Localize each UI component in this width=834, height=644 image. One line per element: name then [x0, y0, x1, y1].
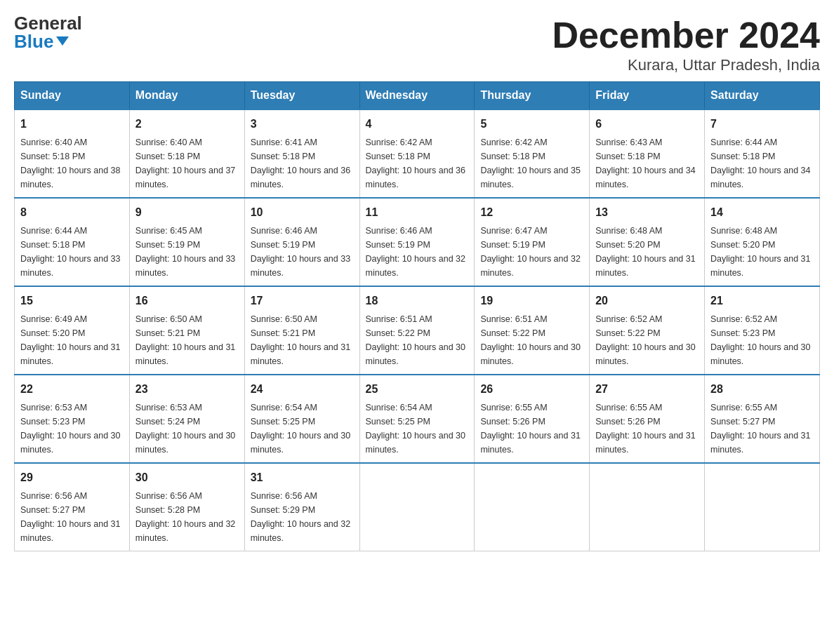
day-number: 4 — [366, 116, 469, 133]
day-info: Sunrise: 6:55 AMSunset: 5:26 PMDaylight:… — [480, 401, 583, 457]
logo-blue-text: Blue — [14, 32, 53, 51]
day-number: 27 — [595, 381, 699, 398]
day-info: Sunrise: 6:49 AMSunset: 5:20 PMDaylight:… — [20, 312, 124, 368]
day-number: 7 — [710, 116, 814, 133]
calendar-day-cell: 1Sunrise: 6:40 AMSunset: 5:18 PMDaylight… — [15, 109, 130, 198]
day-number: 14 — [710, 204, 814, 221]
day-info: Sunrise: 6:42 AMSunset: 5:18 PMDaylight:… — [480, 135, 583, 192]
day-info: Sunrise: 6:55 AMSunset: 5:26 PMDaylight:… — [595, 401, 699, 457]
logo-icon: General Blue — [14, 14, 82, 51]
day-info: Sunrise: 6:51 AMSunset: 5:22 PMDaylight:… — [366, 312, 469, 368]
day-number: 6 — [595, 116, 699, 133]
day-info: Sunrise: 6:48 AMSunset: 5:20 PMDaylight:… — [710, 224, 814, 280]
day-number: 17 — [251, 293, 354, 309]
calendar-day-cell: 30Sunrise: 6:56 AMSunset: 5:28 PMDayligh… — [129, 463, 244, 551]
calendar-day-cell: 6Sunrise: 6:43 AMSunset: 5:18 PMDaylight… — [590, 109, 705, 198]
calendar-day-cell: 26Sunrise: 6:55 AMSunset: 5:26 PMDayligh… — [475, 375, 590, 463]
day-info: Sunrise: 6:41 AMSunset: 5:18 PMDaylight:… — [251, 135, 354, 192]
location-title: Kurara, Uttar Pradesh, India — [552, 56, 820, 74]
day-info: Sunrise: 6:55 AMSunset: 5:27 PMDaylight:… — [710, 401, 814, 457]
calendar-week-row: 22Sunrise: 6:53 AMSunset: 5:23 PMDayligh… — [15, 375, 820, 463]
calendar-day-cell: 9Sunrise: 6:45 AMSunset: 5:19 PMDaylight… — [129, 198, 244, 286]
day-info: Sunrise: 6:46 AMSunset: 5:19 PMDaylight:… — [366, 224, 469, 280]
day-info: Sunrise: 6:56 AMSunset: 5:28 PMDaylight:… — [135, 489, 239, 545]
day-number: 25 — [366, 381, 469, 398]
calendar-day-cell: 3Sunrise: 6:41 AMSunset: 5:18 PMDaylight… — [244, 109, 359, 198]
calendar-day-cell — [359, 463, 475, 551]
calendar-day-cell: 29Sunrise: 6:56 AMSunset: 5:27 PMDayligh… — [15, 463, 130, 551]
calendar-day-header: Wednesday — [359, 82, 475, 110]
day-info: Sunrise: 6:45 AMSunset: 5:19 PMDaylight:… — [135, 224, 239, 280]
day-number: 20 — [595, 293, 699, 309]
day-number: 26 — [480, 381, 583, 398]
day-number: 30 — [135, 469, 239, 486]
day-info: Sunrise: 6:56 AMSunset: 5:29 PMDaylight:… — [251, 489, 354, 545]
calendar-day-cell: 17Sunrise: 6:50 AMSunset: 5:21 PMDayligh… — [244, 286, 359, 375]
day-number: 9 — [135, 204, 239, 221]
day-number: 28 — [710, 381, 814, 398]
calendar-day-cell: 14Sunrise: 6:48 AMSunset: 5:20 PMDayligh… — [705, 198, 820, 286]
month-title: December 2024 — [552, 14, 820, 56]
calendar-day-header: Tuesday — [244, 82, 359, 110]
day-number: 16 — [135, 293, 239, 309]
calendar-day-cell: 12Sunrise: 6:47 AMSunset: 5:19 PMDayligh… — [475, 198, 590, 286]
day-info: Sunrise: 6:53 AMSunset: 5:24 PMDaylight:… — [135, 401, 239, 457]
calendar-table: SundayMondayTuesdayWednesdayThursdayFrid… — [14, 81, 820, 551]
day-info: Sunrise: 6:51 AMSunset: 5:22 PMDaylight:… — [480, 312, 583, 368]
day-info: Sunrise: 6:53 AMSunset: 5:23 PMDaylight:… — [20, 401, 124, 457]
day-number: 2 — [135, 116, 239, 133]
calendar-day-cell: 15Sunrise: 6:49 AMSunset: 5:20 PMDayligh… — [15, 286, 130, 375]
calendar-day-cell: 24Sunrise: 6:54 AMSunset: 5:25 PMDayligh… — [244, 375, 359, 463]
calendar-day-header: Saturday — [705, 82, 820, 110]
calendar-day-cell: 13Sunrise: 6:48 AMSunset: 5:20 PMDayligh… — [590, 198, 705, 286]
title-section: December 2024 Kurara, Uttar Pradesh, Ind… — [552, 14, 820, 74]
day-number: 13 — [595, 204, 699, 221]
calendar-day-header: Thursday — [475, 82, 590, 110]
calendar-day-header: Monday — [129, 82, 244, 110]
calendar-day-cell: 10Sunrise: 6:46 AMSunset: 5:19 PMDayligh… — [244, 198, 359, 286]
day-number: 24 — [251, 381, 354, 398]
day-info: Sunrise: 6:43 AMSunset: 5:18 PMDaylight:… — [595, 135, 699, 192]
page-header: General Blue December 2024 Kurara, Uttar… — [14, 14, 820, 74]
calendar-day-cell: 19Sunrise: 6:51 AMSunset: 5:22 PMDayligh… — [475, 286, 590, 375]
calendar-day-cell: 25Sunrise: 6:54 AMSunset: 5:25 PMDayligh… — [359, 375, 475, 463]
calendar-day-cell — [475, 463, 590, 551]
calendar-day-header: Friday — [590, 82, 705, 110]
day-number: 29 — [20, 469, 124, 486]
day-number: 18 — [366, 293, 469, 309]
day-number: 31 — [251, 469, 354, 486]
calendar-day-cell: 31Sunrise: 6:56 AMSunset: 5:29 PMDayligh… — [244, 463, 359, 551]
day-info: Sunrise: 6:52 AMSunset: 5:22 PMDaylight:… — [595, 312, 699, 368]
day-info: Sunrise: 6:42 AMSunset: 5:18 PMDaylight:… — [366, 135, 469, 192]
calendar-day-cell: 7Sunrise: 6:44 AMSunset: 5:18 PMDaylight… — [705, 109, 820, 198]
day-info: Sunrise: 6:44 AMSunset: 5:18 PMDaylight:… — [20, 224, 124, 280]
calendar-day-cell — [705, 463, 820, 551]
day-info: Sunrise: 6:54 AMSunset: 5:25 PMDaylight:… — [366, 401, 469, 457]
day-info: Sunrise: 6:54 AMSunset: 5:25 PMDaylight:… — [251, 401, 354, 457]
day-number: 10 — [251, 204, 354, 221]
calendar-week-row: 29Sunrise: 6:56 AMSunset: 5:27 PMDayligh… — [15, 463, 820, 551]
calendar-week-row: 15Sunrise: 6:49 AMSunset: 5:20 PMDayligh… — [15, 286, 820, 375]
calendar-week-row: 8Sunrise: 6:44 AMSunset: 5:18 PMDaylight… — [15, 198, 820, 286]
calendar-header-row: SundayMondayTuesdayWednesdayThursdayFrid… — [15, 82, 820, 110]
calendar-day-cell: 27Sunrise: 6:55 AMSunset: 5:26 PMDayligh… — [590, 375, 705, 463]
calendar-day-cell — [590, 463, 705, 551]
calendar-week-row: 1Sunrise: 6:40 AMSunset: 5:18 PMDaylight… — [15, 109, 820, 198]
day-number: 3 — [251, 116, 354, 133]
logo-triangle-icon — [56, 36, 69, 46]
day-number: 1 — [20, 116, 124, 133]
calendar-day-cell: 5Sunrise: 6:42 AMSunset: 5:18 PMDaylight… — [475, 109, 590, 198]
day-info: Sunrise: 6:46 AMSunset: 5:19 PMDaylight:… — [251, 224, 354, 280]
calendar-day-cell: 21Sunrise: 6:52 AMSunset: 5:23 PMDayligh… — [705, 286, 820, 375]
day-number: 11 — [366, 204, 469, 221]
day-info: Sunrise: 6:56 AMSunset: 5:27 PMDaylight:… — [20, 489, 124, 545]
day-info: Sunrise: 6:50 AMSunset: 5:21 PMDaylight:… — [135, 312, 239, 368]
day-info: Sunrise: 6:44 AMSunset: 5:18 PMDaylight:… — [710, 135, 814, 192]
logo-general-text: General — [14, 14, 82, 32]
day-number: 19 — [480, 293, 583, 309]
day-info: Sunrise: 6:48 AMSunset: 5:20 PMDaylight:… — [595, 224, 699, 280]
calendar-day-cell: 18Sunrise: 6:51 AMSunset: 5:22 PMDayligh… — [359, 286, 475, 375]
calendar-day-cell: 11Sunrise: 6:46 AMSunset: 5:19 PMDayligh… — [359, 198, 475, 286]
day-number: 21 — [710, 293, 814, 309]
day-info: Sunrise: 6:40 AMSunset: 5:18 PMDaylight:… — [135, 135, 239, 192]
